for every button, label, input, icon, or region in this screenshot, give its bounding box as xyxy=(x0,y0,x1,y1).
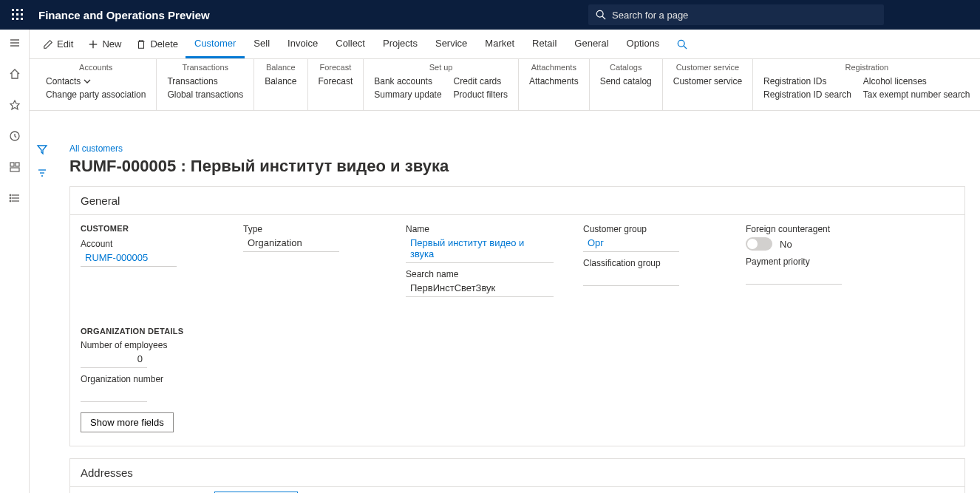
ribbon-link-customer-service[interactable]: Customer service xyxy=(673,76,742,86)
tab-collect[interactable]: Collect xyxy=(327,30,374,58)
ribbon-group-catalogs: CatalogsSend catalog xyxy=(590,59,663,110)
pencil-icon xyxy=(43,39,53,50)
tab-projects[interactable]: Projects xyxy=(374,30,426,58)
ribbon-link-tax-exempt-number-search[interactable]: Tax exempt number search xyxy=(863,89,970,100)
ribbon-group-title: Registration xyxy=(763,63,970,72)
ribbon-group-accounts: AccountsContactsChange party association xyxy=(35,59,157,110)
tab-general[interactable]: General xyxy=(565,30,617,58)
tab-market[interactable]: Market xyxy=(476,30,523,58)
svg-rect-5 xyxy=(21,13,23,16)
top-bar: Finance and Operations Preview xyxy=(0,0,980,30)
star-icon xyxy=(9,99,21,111)
home-icon xyxy=(9,68,21,80)
svg-rect-3 xyxy=(12,13,14,16)
ribbon-link-credit-cards[interactable]: Credit cards xyxy=(454,76,508,86)
tab-invoice[interactable]: Invoice xyxy=(279,30,327,58)
ribbon-group-set-up: Set upBank accountsSummary updateCredit … xyxy=(364,59,519,110)
ribbon-link-contacts[interactable]: Contacts xyxy=(46,76,146,86)
ribbon-group-title: Customer service xyxy=(673,63,742,72)
svg-rect-4 xyxy=(16,13,18,16)
action-search-button[interactable] xyxy=(668,30,696,58)
edit-label: Edit xyxy=(57,38,73,50)
tab-options[interactable]: Options xyxy=(618,30,669,58)
ribbon-link-product-filters[interactable]: Product filters xyxy=(454,89,508,100)
ribbon-link-alcohol-licenses[interactable]: Alcohol licenses xyxy=(863,76,970,86)
global-search[interactable] xyxy=(588,4,884,25)
waffle-button[interactable] xyxy=(0,0,35,30)
chevron-down-icon xyxy=(84,78,91,85)
ribbon-group-balance: BalanceBalance xyxy=(254,59,307,110)
ribbon-link-attachments[interactable]: Attachments xyxy=(529,76,579,86)
app-title: Finance and Operations Preview xyxy=(38,9,210,21)
svg-rect-2 xyxy=(21,9,23,11)
tab-sell[interactable]: Sell xyxy=(245,30,279,58)
svg-line-10 xyxy=(602,16,605,19)
svg-rect-1 xyxy=(16,9,18,11)
ribbon-group-attachments: AttachmentsAttachments xyxy=(519,59,590,110)
ribbon-link-global-transactions[interactable]: Global transactions xyxy=(167,89,243,100)
edit-button[interactable]: Edit xyxy=(35,30,81,58)
hamburger-icon xyxy=(9,37,21,49)
ribbon-link-change-party-association[interactable]: Change party association xyxy=(46,89,146,100)
ribbon-group-customer-service: Customer serviceCustomer service xyxy=(663,59,753,110)
ribbon-group-title: Balance xyxy=(265,63,296,72)
ribbon-link-forecast[interactable]: Forecast xyxy=(319,76,353,86)
tab-retail[interactable]: Retail xyxy=(523,30,565,58)
tab-service[interactable]: Service xyxy=(426,30,476,58)
ribbon-group-title: Catalogs xyxy=(600,63,652,72)
ribbon-group-title: Attachments xyxy=(529,63,579,72)
tab-customer[interactable]: Customer xyxy=(186,30,245,58)
ribbon-link-send-catalog[interactable]: Send catalog xyxy=(600,76,652,86)
ribbon-group-transactions: TransactionsTransactionsGlobal transacti… xyxy=(157,59,254,110)
new-label: New xyxy=(102,38,121,50)
trash-icon xyxy=(136,39,146,50)
global-search-input[interactable] xyxy=(612,10,877,21)
hamburger-button[interactable] xyxy=(3,34,27,52)
ribbon-link-balance[interactable]: Balance xyxy=(265,76,296,86)
home-button[interactable] xyxy=(3,65,27,83)
ribbon-group-title: Forecast xyxy=(319,63,353,72)
plus-icon xyxy=(88,39,98,50)
svg-rect-8 xyxy=(21,18,23,20)
ribbon-group-title: Set up xyxy=(374,63,508,72)
ribbon-group-registration: RegistrationRegistration IDsRegistration… xyxy=(753,59,980,110)
svg-point-9 xyxy=(596,10,603,17)
ribbon-link-summary-update[interactable]: Summary update xyxy=(374,89,441,100)
command-bar: Edit New Delete CustomerSellInvoiceColle… xyxy=(0,30,980,59)
delete-button[interactable]: Delete xyxy=(129,30,186,58)
ribbon-link-transactions[interactable]: Transactions xyxy=(167,76,243,86)
ribbon-link-registration-ids[interactable]: Registration IDs xyxy=(763,76,851,86)
favorites-button[interactable] xyxy=(3,96,27,111)
delete-label: Delete xyxy=(150,38,178,50)
svg-rect-6 xyxy=(12,18,14,20)
search-icon xyxy=(677,39,687,50)
waffle-icon xyxy=(12,9,24,21)
svg-point-26 xyxy=(678,40,685,47)
ribbon-group-forecast: ForecastForecast xyxy=(308,59,364,110)
ribbon-group-title: Accounts xyxy=(46,63,146,72)
svg-rect-7 xyxy=(16,18,18,20)
ribbon-group-title: Transactions xyxy=(167,63,243,72)
new-button[interactable]: New xyxy=(81,30,129,58)
ribbon: AccountsContactsChange party association… xyxy=(0,59,980,111)
ribbon-link-bank-accounts[interactable]: Bank accounts xyxy=(374,76,441,86)
svg-line-27 xyxy=(684,46,687,49)
left-rail xyxy=(0,30,30,111)
svg-rect-0 xyxy=(12,9,14,11)
search-icon xyxy=(596,10,606,20)
ribbon-link-registration-id-search[interactable]: Registration ID search xyxy=(763,89,851,100)
